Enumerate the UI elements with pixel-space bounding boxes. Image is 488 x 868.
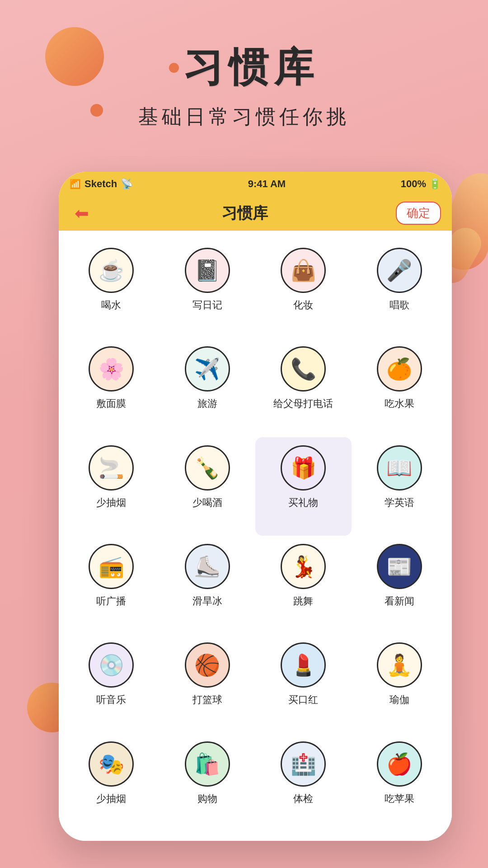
- habit-label: 学英语: [385, 496, 414, 509]
- habits-grid: ☕喝水📓写日记👜化妆🎤唱歌🌸敷面膜✈️旅游📞给父母打电话🍊吃水果🚬少抽烟🍾少喝酒…: [59, 231, 452, 841]
- habit-icon-circle: 🛍️: [185, 741, 230, 787]
- habit-item[interactable]: 👜化妆: [255, 240, 352, 338]
- nav-bar: ⬅ 习惯库 确定: [59, 196, 452, 231]
- page-main-title: 习惯库: [183, 41, 319, 94]
- habit-label: 吃苹果: [385, 792, 414, 806]
- habit-icon-circle: 📰: [377, 544, 422, 589]
- habit-icon-circle: 📓: [185, 248, 230, 293]
- habit-icon-circle: 🏀: [185, 642, 230, 688]
- carrier-label: Sketch: [84, 178, 117, 190]
- habit-item[interactable]: 🍊吃水果: [352, 338, 448, 437]
- habit-label: 听广播: [96, 594, 126, 608]
- habit-label: 化妆: [293, 298, 313, 312]
- habit-icon-circle: 📖: [377, 445, 422, 491]
- habit-icon-circle: 🏥: [281, 741, 326, 787]
- habit-item[interactable]: ☕喝水: [63, 240, 160, 338]
- habit-item[interactable]: 🎁买礼物: [255, 437, 352, 536]
- habit-item[interactable]: 💃跳舞: [255, 536, 352, 634]
- wifi-icon: 📡: [121, 178, 133, 190]
- habit-icon-circle: ⛸️: [185, 544, 230, 589]
- habit-icon-circle: 💿: [89, 642, 134, 688]
- habit-item[interactable]: ⛸️滑旱冰: [160, 536, 256, 634]
- habit-label: 打篮球: [192, 693, 222, 707]
- habit-label: 买礼物: [288, 496, 318, 509]
- nav-title: 习惯库: [94, 203, 396, 224]
- habit-label: 吃水果: [385, 397, 414, 410]
- back-arrow-icon: ⬅: [75, 203, 89, 223]
- habit-item[interactable]: 💄买口红: [255, 634, 352, 733]
- habit-item[interactable]: 📖学英语: [352, 437, 448, 536]
- habit-icon-circle: 🌸: [89, 346, 134, 392]
- habit-icon-circle: 📻: [89, 544, 134, 589]
- habit-item[interactable]: 🎭少抽烟: [63, 733, 160, 832]
- habit-label: 喝水: [101, 298, 121, 312]
- habit-item[interactable]: 🧘瑜伽: [352, 634, 448, 733]
- habit-label: 体检: [293, 792, 313, 806]
- habit-icon-circle: 📞: [281, 346, 326, 392]
- habit-item[interactable]: 🏥体检: [255, 733, 352, 832]
- habit-label: 旅游: [197, 397, 217, 410]
- habit-item[interactable]: 🛍️购物: [160, 733, 256, 832]
- habit-item[interactable]: 🏀打篮球: [160, 634, 256, 733]
- habit-label: 看新闻: [385, 594, 414, 608]
- status-right: 100% 🔋: [401, 178, 441, 190]
- status-bar: 📶 Sketch 📡 9:41 AM 100% 🔋: [59, 172, 452, 196]
- habit-item[interactable]: 🍾少喝酒: [160, 437, 256, 536]
- habit-label: 购物: [197, 792, 217, 806]
- habit-item[interactable]: 📰看新闻: [352, 536, 448, 634]
- habit-label: 给父母打电话: [273, 397, 333, 410]
- title-dot: [169, 63, 179, 73]
- habit-icon-circle: 🚬: [89, 445, 134, 491]
- habit-icon-circle: 🎁: [281, 445, 326, 491]
- habit-item[interactable]: 📓写日记: [160, 240, 256, 338]
- habit-label: 买口红: [288, 693, 318, 707]
- habit-icon-circle: 🍎: [377, 741, 422, 787]
- status-left: 📶 Sketch 📡: [70, 178, 133, 190]
- habit-label: 少抽烟: [96, 792, 126, 806]
- habit-label: 少抽烟: [96, 496, 126, 509]
- habit-item[interactable]: ✈️旅游: [160, 338, 256, 437]
- habit-icon-circle: 🍊: [377, 346, 422, 392]
- habit-label: 听音乐: [96, 693, 126, 707]
- habit-icon-circle: 🍾: [185, 445, 230, 491]
- battery-icon: 🔋: [429, 178, 441, 190]
- habit-icon-circle: 🎭: [89, 741, 134, 787]
- habit-item[interactable]: 💿听音乐: [63, 634, 160, 733]
- habit-item[interactable]: 📻听广播: [63, 536, 160, 634]
- signal-icon: 📶: [70, 179, 81, 189]
- habit-label: 滑旱冰: [192, 594, 222, 608]
- habit-label: 写日记: [192, 298, 222, 312]
- battery-label: 100%: [401, 178, 426, 190]
- habit-label: 敷面膜: [96, 397, 126, 410]
- phone-frame: 📶 Sketch 📡 9:41 AM 100% 🔋 ⬅ 习惯库 确定 ☕喝水📓写…: [59, 172, 452, 841]
- habit-item[interactable]: 🌸敷面膜: [63, 338, 160, 437]
- habit-item[interactable]: 📞给父母打电话: [255, 338, 352, 437]
- habit-icon-circle: 💃: [281, 544, 326, 589]
- status-time: 9:41 AM: [133, 178, 401, 190]
- confirm-button[interactable]: 确定: [396, 202, 441, 225]
- habit-label: 瑜伽: [389, 693, 409, 707]
- habit-item[interactable]: 🍎吃苹果: [352, 733, 448, 832]
- habit-icon-circle: 👜: [281, 248, 326, 293]
- habit-label: 少喝酒: [192, 496, 222, 509]
- habit-item[interactable]: 🎤唱歌: [352, 240, 448, 338]
- habit-icon-circle: 🎤: [377, 248, 422, 293]
- habit-item[interactable]: 🚬少抽烟: [63, 437, 160, 536]
- back-button[interactable]: ⬅: [70, 203, 94, 223]
- page-subtitle: 基础日常习惯任你挑: [0, 104, 488, 130]
- habit-icon-circle: 🧘: [377, 642, 422, 688]
- habit-icon-circle: 💄: [281, 642, 326, 688]
- title-area: 习惯库 基础日常习惯任你挑: [0, 41, 488, 130]
- habit-label: 唱歌: [389, 298, 409, 312]
- habit-icon-circle: ✈️: [185, 346, 230, 392]
- habit-icon-circle: ☕: [89, 248, 134, 293]
- habit-label: 跳舞: [293, 594, 313, 608]
